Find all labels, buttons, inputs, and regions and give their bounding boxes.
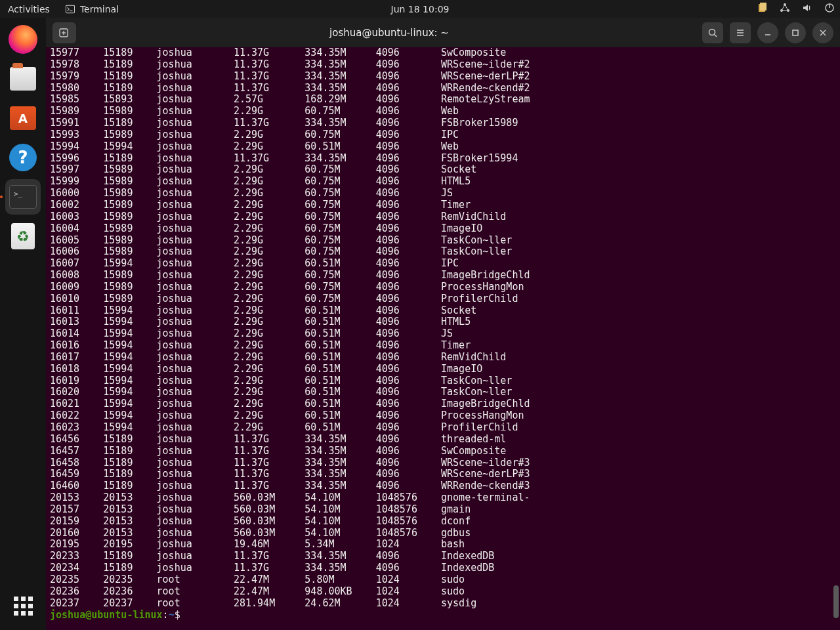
maximize-icon xyxy=(791,28,800,37)
dock-trash[interactable] xyxy=(5,219,41,254)
window-title: joshua@ubuntu-linux: ~ xyxy=(76,27,702,39)
power-icon[interactable] xyxy=(824,3,835,15)
dock-files[interactable] xyxy=(5,61,41,96)
svg-line-13 xyxy=(715,34,717,37)
terminal-app-icon xyxy=(9,185,37,209)
titlebar: joshua@ubuntu-linux: ~ xyxy=(46,18,840,47)
updates-icon[interactable] xyxy=(757,3,768,15)
volume-icon[interactable] xyxy=(802,3,812,15)
firefox-icon xyxy=(9,25,37,54)
dock-firefox[interactable] xyxy=(5,22,41,57)
close-button[interactable] xyxy=(812,22,833,43)
help-icon: ? xyxy=(9,144,37,171)
terminal-body[interactable]: 15977 15189 joshua 11.37G 334.35M 4096 S… xyxy=(46,47,840,630)
scrollbar-thumb[interactable] xyxy=(833,585,839,618)
hamburger-icon xyxy=(735,28,746,38)
app-menu[interactable]: Terminal xyxy=(58,4,127,14)
clock[interactable]: Jun 18 10:09 xyxy=(391,4,450,14)
dock: ? xyxy=(0,18,46,630)
terminal-icon xyxy=(66,5,75,14)
minimize-button[interactable] xyxy=(757,22,778,43)
dock-help[interactable]: ? xyxy=(5,140,41,175)
svg-rect-18 xyxy=(793,30,798,35)
terminal-window: joshua@ubuntu-linux: ~ 15977 15189 joshu… xyxy=(46,18,840,630)
scrollbar[interactable] xyxy=(832,47,839,630)
terminal-output: 15977 15189 joshua 11.37G 334.35M 4096 S… xyxy=(50,47,840,621)
apps-grid-icon xyxy=(14,597,33,616)
system-tray xyxy=(757,3,835,15)
dock-software[interactable] xyxy=(5,100,41,136)
maximize-button[interactable] xyxy=(785,22,806,43)
menu-button[interactable] xyxy=(730,22,751,43)
dock-terminal[interactable] xyxy=(5,179,41,215)
search-icon xyxy=(707,28,718,38)
show-applications[interactable] xyxy=(5,588,41,623)
close-icon xyxy=(818,28,828,37)
new-tab-button[interactable] xyxy=(52,22,76,43)
svg-point-12 xyxy=(709,29,715,35)
files-icon xyxy=(10,67,36,91)
network-icon[interactable] xyxy=(780,3,790,15)
software-icon xyxy=(10,106,36,130)
top-bar: Activities Terminal Jun 18 10:09 xyxy=(0,0,840,18)
svg-rect-3 xyxy=(760,3,766,10)
trash-icon xyxy=(11,223,35,249)
activities-button[interactable]: Activities xyxy=(0,4,58,14)
app-menu-label: Terminal xyxy=(80,4,119,14)
svg-rect-0 xyxy=(66,5,74,12)
search-button[interactable] xyxy=(702,22,723,43)
new-tab-icon xyxy=(58,27,70,39)
minimize-icon xyxy=(763,28,772,37)
